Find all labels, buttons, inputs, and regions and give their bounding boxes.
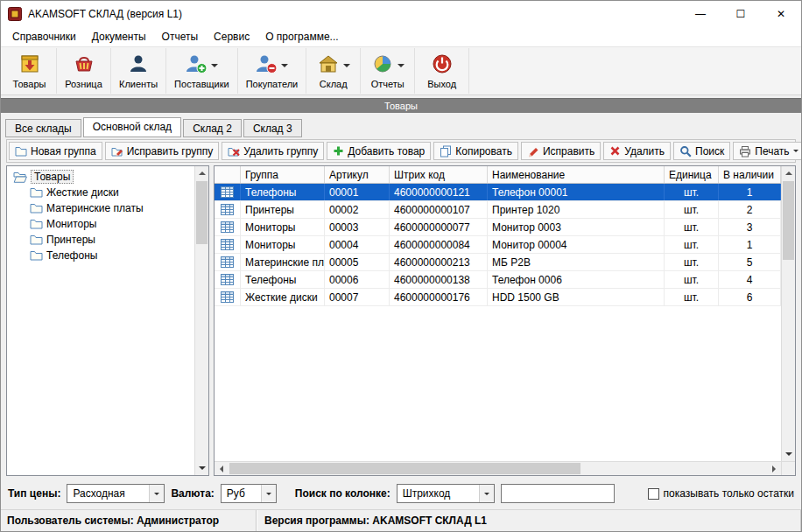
folder-icon — [30, 250, 43, 261]
delete-icon — [609, 145, 621, 157]
warehouse-icon — [317, 52, 340, 79]
scroll-right-icon[interactable] — [767, 462, 781, 475]
item-icon — [215, 184, 241, 200]
delete-button[interactable]: Удалить — [603, 142, 671, 160]
tree-item[interactable]: Принтеры — [7, 232, 194, 248]
tree-item[interactable]: Мониторы — [7, 216, 194, 232]
table-row[interactable]: Жесткие диски000074600000000176HDD 1500 … — [215, 289, 781, 306]
cell-qty: 3 — [719, 219, 781, 235]
toolbar-sklad-button[interactable]: Склад — [306, 48, 361, 94]
copy-button[interactable]: Копировать — [433, 142, 518, 160]
table-row[interactable]: Материнские платы000054600000000213МБ P2… — [215, 254, 781, 271]
edit-button[interactable]: Исправить — [521, 142, 601, 160]
tab-sklad-2[interactable]: Склад 2 — [183, 119, 242, 137]
cell-qty: 1 — [719, 184, 781, 200]
table-row[interactable]: Телефоны000014600000000121Телефон 00001ш… — [215, 184, 781, 201]
scrollbar-thumb[interactable] — [229, 463, 580, 474]
tree-scrollbar[interactable] — [194, 166, 208, 475]
dropdown-chevron-icon[interactable] — [211, 64, 218, 67]
menu-spravochniki[interactable]: Справочники — [4, 28, 84, 46]
action-label: Исправить — [543, 145, 594, 158]
table-row[interactable]: Мониторы000034600000000077Монитор 0003шт… — [215, 219, 781, 236]
scrollbar-track[interactable] — [782, 261, 795, 447]
scroll-up-icon[interactable] — [195, 166, 208, 180]
column-search-input[interactable] — [501, 484, 615, 503]
cell-name: Принтер 1020 — [488, 201, 665, 218]
delete-group-button[interactable]: Удалить группу — [222, 142, 324, 160]
tree-item[interactable]: Жесткие диски — [7, 185, 194, 200]
table-row[interactable]: Телефоны000064600000000138Телефон 0006шт… — [215, 271, 781, 289]
scrollbar-thumb[interactable] — [196, 181, 208, 244]
checkbox-icon[interactable] — [648, 488, 659, 500]
cell-qty: 1 — [719, 236, 781, 253]
toolbar-otchety-button[interactable]: Отчеты — [361, 48, 415, 94]
header-barcode[interactable]: Штрих код — [390, 166, 488, 183]
menu-servis[interactable]: Сервис — [206, 28, 257, 46]
item-icon — [215, 254, 241, 270]
combo-chevron-icon[interactable] — [479, 485, 494, 502]
print-dropdown-chevron-icon[interactable] — [793, 150, 798, 152]
dropdown-chevron-icon[interactable] — [343, 64, 350, 67]
maximize-button[interactable]: ☐ — [721, 1, 761, 27]
toolbar-pokupateli-button[interactable]: Покупатели — [238, 48, 307, 94]
open-folder-icon — [13, 172, 27, 183]
combo-chevron-icon[interactable] — [261, 485, 276, 502]
action-label: Удалить — [624, 145, 665, 158]
tree-item[interactable]: Телефоны — [7, 248, 194, 263]
action-toolbar: Новая группа Исправить группу Удалить гр… — [6, 139, 796, 163]
menu-otchety[interactable]: Отчеты — [154, 28, 206, 46]
cell-article: 00003 — [325, 219, 390, 235]
cell-unit: шт. — [665, 184, 719, 200]
action-label: Исправить группу — [127, 145, 214, 158]
dropdown-chevron-icon[interactable] — [281, 64, 288, 67]
dropdown-chevron-icon[interactable] — [397, 64, 405, 67]
tab-osnovnoy-sklad[interactable]: Основной склад — [83, 117, 181, 137]
table-hscrollbar[interactable] — [215, 461, 781, 475]
menu-dokumenty[interactable]: Документы — [84, 28, 154, 46]
action-label: Новая группа — [31, 145, 96, 158]
scroll-left-icon[interactable] — [215, 462, 229, 475]
scroll-down-icon[interactable] — [782, 447, 795, 461]
toolbar-vyhod-button[interactable]: Выход — [415, 48, 469, 94]
combo-chevron-icon[interactable] — [149, 485, 164, 502]
show-stock-only-toggle[interactable]: показывать только остатки — [648, 487, 794, 500]
header-qty[interactable]: В наличии — [719, 166, 781, 183]
toolbar-klienty-button[interactable]: Клиенты — [111, 48, 166, 94]
minimize-button[interactable]: — — [680, 1, 721, 27]
search-button[interactable]: Поиск — [673, 142, 730, 160]
scroll-down-icon[interactable] — [195, 461, 208, 475]
header-unit[interactable]: Единица — [665, 166, 719, 183]
tree-item[interactable]: Материнские платы — [7, 200, 194, 216]
cell-article: 00001 — [325, 184, 390, 200]
close-button[interactable]: ✕ — [761, 1, 801, 27]
scrollbar-track[interactable] — [195, 245, 208, 461]
table-row[interactable]: Принтеры000024600000000107Принтер 1020шт… — [215, 201, 781, 219]
add-item-button[interactable]: Добавить товар — [327, 142, 431, 160]
currency-select[interactable]: Руб — [221, 484, 277, 503]
table-row[interactable]: Мониторы000044600000000084Монитор 00004ш… — [215, 236, 781, 254]
scrollbar-thumb[interactable] — [783, 181, 794, 260]
menu-o-programme[interactable]: О программе... — [257, 28, 346, 46]
toolbar-postavshchiki-button[interactable]: Поставщики — [166, 48, 238, 94]
price-type-select[interactable]: Расходная — [67, 484, 165, 503]
toolbar-roznica-button[interactable]: Розница — [57, 48, 111, 94]
search-column-select[interactable]: Штрихкод — [397, 484, 495, 503]
new-group-button[interactable]: Новая группа — [9, 142, 102, 160]
toolbar-tovary-button[interactable]: Товары — [3, 48, 57, 94]
window-controls: — ☐ ✕ — [680, 1, 801, 27]
header-article[interactable]: Артикул — [325, 166, 390, 183]
tab-vse-sklady[interactable]: Все склады — [5, 119, 81, 137]
toolbar-label: Товары — [13, 79, 46, 89]
toolbar-label: Выход — [427, 79, 456, 89]
tree-item-root[interactable]: Товары — [7, 169, 194, 185]
edit-group-button[interactable]: Исправить группу — [105, 142, 220, 160]
table-vscrollbar[interactable] — [781, 166, 795, 461]
folder-icon — [30, 187, 43, 198]
header-group[interactable]: Группа — [241, 166, 325, 183]
print-button[interactable]: Печать — [733, 142, 802, 160]
tab-sklad-3[interactable]: Склад 3 — [243, 119, 302, 137]
power-icon — [431, 52, 454, 79]
scroll-up-icon[interactable] — [782, 166, 795, 180]
toolbar-label: Розница — [65, 79, 102, 89]
header-name[interactable]: Наименование — [488, 166, 665, 183]
